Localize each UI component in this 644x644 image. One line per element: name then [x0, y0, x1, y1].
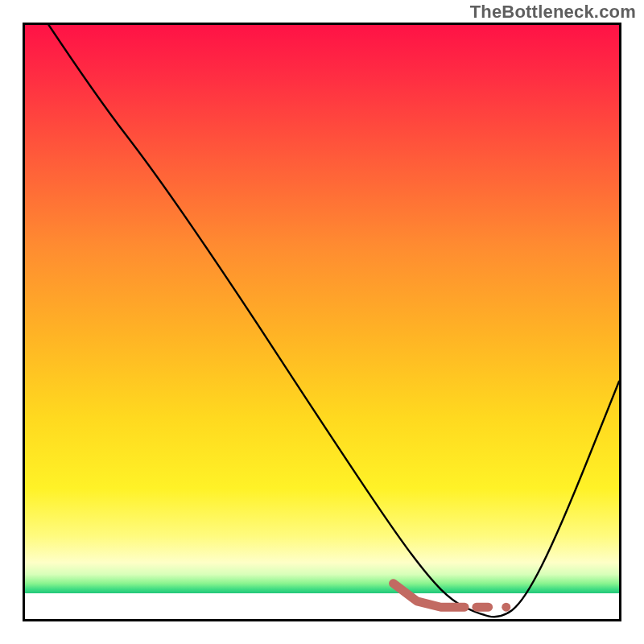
curve-overlay	[25, 25, 619, 619]
accent-dot	[502, 603, 510, 612]
accent-segment	[394, 584, 465, 608]
chart-container: TheBottleneck.com	[0, 0, 644, 644]
bottleneck-curve	[49, 25, 619, 617]
plot-area	[23, 23, 621, 621]
watermark-text: TheBottleneck.com	[470, 2, 636, 23]
